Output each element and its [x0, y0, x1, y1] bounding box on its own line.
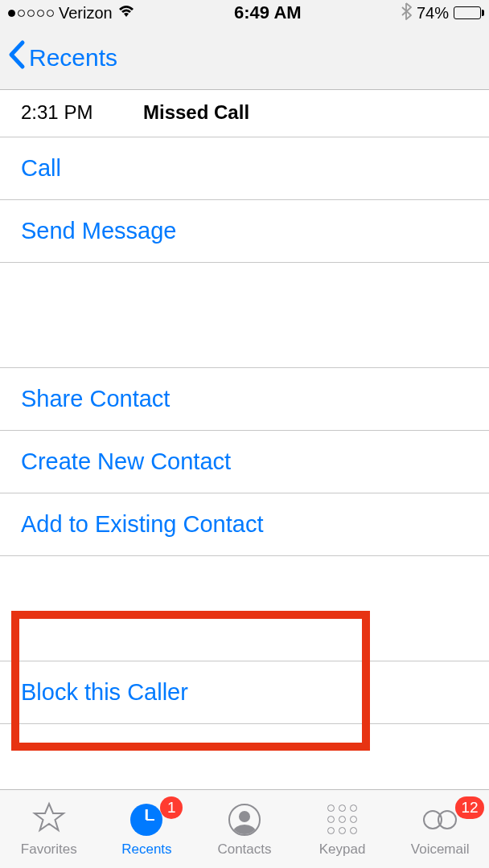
tab-label: Keypad [319, 841, 366, 858]
person-icon [228, 804, 261, 836]
status-left: Verizon [8, 4, 135, 23]
star-icon [32, 800, 66, 838]
actions-group-1: Call Send Message [0, 137, 489, 263]
tab-bar: Favorites Recents 1 Contacts Keypad Voic… [0, 789, 489, 868]
carrier-label: Verizon [59, 4, 113, 23]
call-button[interactable]: Call [0, 137, 489, 200]
tab-voicemail[interactable]: Voicemail 12 [391, 801, 489, 858]
call-time: 2:31 PM [21, 101, 143, 124]
signal-strength-icon [8, 10, 54, 17]
svg-marker-0 [35, 804, 64, 830]
section-gap [0, 263, 489, 367]
block-caller-button[interactable]: Block this Caller [0, 661, 489, 724]
actions-group-2: Share Contact Create New Contact Add to … [0, 367, 489, 556]
recents-badge: 1 [160, 796, 183, 819]
section-gap [0, 556, 489, 612]
voicemail-badge: 12 [455, 796, 484, 819]
tab-label: Favorites [21, 841, 77, 858]
keypad-icon [327, 805, 357, 834]
tab-favorites[interactable]: Favorites [0, 801, 98, 858]
status-time: 6:49 AM [234, 2, 302, 23]
battery-icon [454, 6, 481, 19]
bluetooth-icon [401, 2, 412, 24]
share-contact-button[interactable]: Share Contact [0, 367, 489, 431]
send-message-button[interactable]: Send Message [0, 200, 489, 263]
create-contact-button[interactable]: Create New Contact [0, 431, 489, 493]
battery-percentage: 74% [417, 4, 449, 23]
tab-label: Contacts [217, 841, 271, 858]
status-bar: Verizon 6:49 AM 74% [0, 0, 489, 26]
nav-bar: Recents [0, 26, 489, 90]
tab-label: Recents [121, 841, 171, 858]
voicemail-icon [423, 810, 457, 829]
tab-contacts[interactable]: Contacts [195, 801, 294, 858]
add-existing-contact-button[interactable]: Add to Existing Contact [0, 493, 489, 556]
wifi-icon [117, 4, 135, 23]
back-chevron-icon[interactable] [6, 39, 26, 76]
clock-icon [130, 804, 162, 836]
back-button[interactable]: Recents [29, 44, 117, 72]
call-type: Missed Call [143, 101, 249, 124]
status-right: 74% [401, 2, 481, 24]
call-info-row: 2:31 PM Missed Call [0, 90, 489, 137]
tab-keypad[interactable]: Keypad [294, 801, 392, 858]
actions-group-3: Block this Caller [0, 661, 489, 724]
tab-label: Voicemail [411, 841, 470, 858]
tab-recents[interactable]: Recents 1 [98, 801, 196, 858]
